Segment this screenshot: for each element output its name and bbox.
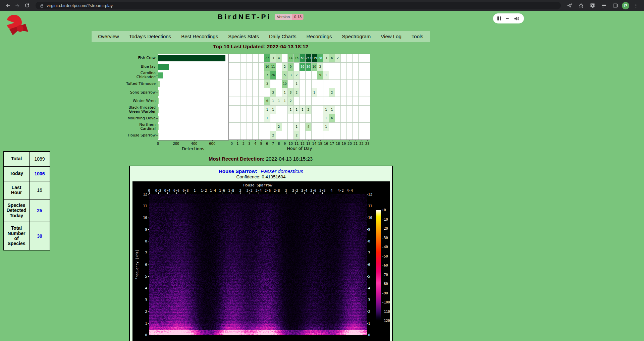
heatmap-cell: [235, 97, 241, 105]
profile-avatar[interactable]: P: [622, 2, 629, 9]
heatmap-cell: [347, 54, 353, 62]
nav-item-today-s-detections[interactable]: Today's Detections: [124, 34, 176, 39]
heatmap-cell: [341, 63, 346, 71]
heatmap-cell: 1: [276, 97, 282, 105]
browser-forward-button[interactable]: [13, 1, 22, 10]
heatmap-cell: [306, 80, 311, 88]
bar-chart-xlabel: Detections: [158, 146, 228, 151]
heatmap-cell: [241, 54, 247, 62]
heatmap-cell: [341, 97, 346, 105]
heatmap-cell: [241, 106, 247, 114]
browser-reload-button[interactable]: [22, 1, 32, 10]
nav-item-recordings[interactable]: Recordings: [302, 34, 337, 39]
hour-tick-label: 15: [318, 142, 322, 146]
heatmap-cell: 1: [282, 97, 288, 105]
spectrogram-freq-tick: 3: [145, 298, 147, 302]
hour-tick-mark: [244, 140, 244, 141]
extensions-button[interactable]: [588, 1, 597, 10]
hour-tick-mark: [367, 140, 368, 141]
spectrogram-freq-tick-mark: [148, 253, 149, 253]
puzzle-icon: [590, 3, 595, 8]
y-tick: [156, 110, 158, 110]
heatmap-cell: [253, 106, 258, 114]
stats-label: Total Number of Species: [4, 222, 29, 250]
spectrogram-time-tick: 3·8: [319, 189, 325, 192]
heatmap-cell: [364, 80, 370, 88]
url-bar[interactable]: virginia.birdnetpi.com/?stream=play: [36, 2, 561, 9]
heatmap-cell: [317, 80, 323, 88]
stats-value: 1089: [29, 152, 50, 166]
spectrogram-freq-tick-mark: [367, 335, 368, 335]
nav-item-daily-charts[interactable]: Daily Charts: [264, 34, 302, 39]
hour-tick-mark: [291, 140, 291, 141]
heatmap-cell: 14: [288, 54, 293, 62]
heatmap-cell: [241, 88, 247, 97]
heatmap-cell: [335, 88, 341, 97]
seek-handle[interactable]: [506, 18, 509, 19]
browser-back-button[interactable]: [3, 1, 13, 10]
heatmap-cell: [312, 114, 317, 122]
heatmap-cell: [323, 80, 329, 88]
y-tick: [156, 135, 158, 136]
bookmark-button[interactable]: [576, 1, 586, 10]
heatmap-cell: [317, 131, 323, 139]
scientific-name-link[interactable]: Passer domesticus: [261, 168, 303, 174]
hour-tick-label: 10: [288, 142, 293, 146]
nav-item-spectrogram[interactable]: Spectrogram: [337, 34, 376, 39]
heatmap-cell: [312, 131, 317, 139]
heatmap-cell: [241, 97, 247, 105]
browser-menu-button[interactable]: [631, 1, 641, 10]
heatmap-cell: [247, 97, 253, 105]
nav-item-overview[interactable]: Overview: [93, 34, 124, 39]
volume-button[interactable]: [514, 16, 520, 21]
spectrogram-freq-tick: 2: [145, 310, 147, 314]
heatmap-cell: [247, 71, 253, 79]
nav-item-tools[interactable]: Tools: [407, 34, 428, 39]
spectrogram-freq-tick: 7: [145, 251, 147, 255]
spectrogram-plot: [149, 194, 367, 335]
table-row: Total1089: [4, 152, 50, 166]
stats-value[interactable]: 30: [29, 222, 50, 250]
heatmap-cell: [270, 123, 276, 131]
heatmap-cell: [359, 63, 364, 71]
hour-tick-label: 18: [336, 142, 340, 146]
spectrogram-time-tick-mark: [240, 192, 241, 194]
heatmap-cell: 36: [300, 63, 305, 71]
species-label-winter-wren: Winter Wren: [124, 99, 156, 103]
species-link[interactable]: House Sparrow:: [219, 168, 257, 174]
hour-tick-mark: [273, 140, 273, 141]
spectrogram-freq-tick-mark: [148, 300, 149, 300]
spectrogram-time-tick-mark: [167, 192, 168, 194]
nav-item-species-stats[interactable]: Species Stats: [223, 34, 264, 39]
stats-value[interactable]: 1006: [29, 166, 50, 181]
stats-value[interactable]: 25: [29, 199, 50, 222]
reading-list-button[interactable]: [599, 1, 608, 10]
side-panel-button[interactable]: [610, 1, 620, 10]
pause-button[interactable]: [497, 16, 501, 20]
heatmap-cell: [253, 54, 258, 62]
heatmap-cell: 253: [306, 54, 311, 62]
spectrogram-freq-tick: 9: [145, 228, 147, 231]
hour-tick-mark: [362, 140, 362, 141]
heatmap-cell: [312, 71, 317, 79]
heatmap-cell: 5: [282, 71, 288, 79]
hour-tick-mark: [338, 140, 338, 141]
spectrogram-time-tick: 0·6: [173, 189, 179, 192]
heatmap-cell: [335, 131, 341, 139]
heatmap-cell: [259, 71, 264, 79]
spectrogram-freq-tick: 7: [368, 251, 370, 255]
version-label: Version: [274, 14, 292, 20]
nav-item-best-recordings[interactable]: Best Recordings: [176, 34, 223, 39]
audio-player[interactable]: [493, 13, 524, 23]
nav-item-view-log[interactable]: View Log: [376, 34, 406, 39]
heatmap-cell: 16: [294, 54, 300, 62]
heatmap-cell: [264, 123, 270, 131]
heatmap-cell: [288, 123, 293, 131]
heatmap-cell: 6: [329, 54, 335, 62]
table-row: Last Hour16: [4, 181, 50, 199]
heatmap-cell: 26: [270, 71, 276, 79]
send-page-button[interactable]: [565, 1, 574, 10]
birdnetpi-logo[interactable]: [3, 14, 30, 38]
heatmap-cell: [323, 131, 329, 139]
heatmap-cell: [329, 97, 335, 105]
